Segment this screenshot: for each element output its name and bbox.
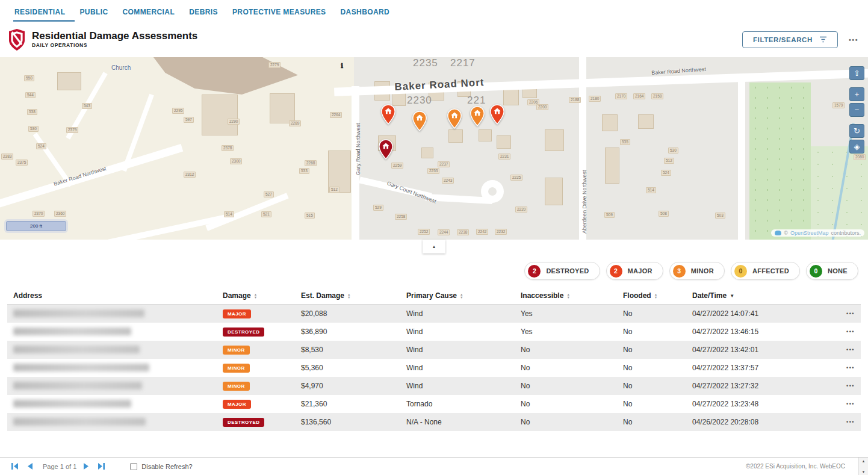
page-title: Residential Damage Assessments bbox=[32, 30, 197, 42]
address-redacted bbox=[13, 400, 131, 408]
primary-cause-value: Tornado bbox=[400, 395, 515, 413]
map-park-area bbox=[749, 82, 811, 240]
locate-button[interactable]: ◈ bbox=[849, 140, 864, 154]
house-number-label: 2290 bbox=[228, 119, 240, 125]
street-name-label: Aberdeen Drive Northwest bbox=[581, 170, 587, 234]
previous-page-button[interactable] bbox=[26, 463, 34, 470]
table-row[interactable]: MINOR $5,360 Wind No No 04/27/2022 13:37… bbox=[7, 359, 861, 377]
house-number-label: 512 bbox=[664, 158, 674, 164]
scroll-up-icon[interactable]: ▲ bbox=[862, 459, 866, 463]
sort-down-icon: ▼ bbox=[347, 296, 350, 299]
map-controls: ⇧+−↻◈ bbox=[849, 66, 864, 154]
house-number-label: 2244 bbox=[438, 229, 450, 235]
tab-residential[interactable]: RESIDENTIAL bbox=[14, 2, 65, 22]
table-row[interactable]: DESTROYED $36,890 Wind Yes No 04/27/2022… bbox=[7, 323, 861, 341]
house-number-label: 527 bbox=[264, 191, 274, 197]
table-row[interactable]: MINOR $8,530 Wind No No 04/27/2022 13:42… bbox=[7, 341, 861, 359]
filter-search-button[interactable]: FILTER/SEARCH bbox=[742, 31, 838, 48]
house-number-label: 508 bbox=[659, 211, 669, 217]
map-marker-major[interactable] bbox=[489, 104, 505, 125]
house-number-label: 535 bbox=[620, 139, 630, 145]
house-number-label: 597 bbox=[184, 117, 194, 123]
map-marker-destroyed[interactable] bbox=[378, 139, 394, 160]
tab-debris[interactable]: DEBRIS bbox=[189, 2, 218, 22]
tab-dashboard[interactable]: DASHBOARD bbox=[341, 2, 390, 22]
house-number-label: 2164 bbox=[633, 93, 645, 99]
filter-search-label: FILTER/SEARCH bbox=[753, 36, 813, 43]
affected-count: 0 bbox=[734, 265, 747, 278]
house-number-label: 2378 bbox=[222, 145, 234, 151]
house-number-label: 2375 bbox=[16, 160, 28, 166]
badge-destroyed[interactable]: 2 DESTROYED bbox=[524, 262, 600, 280]
map-marker-minor[interactable] bbox=[447, 108, 462, 129]
house-number-label: 2231 bbox=[498, 154, 510, 160]
badge-major[interactable]: 2 MAJOR bbox=[606, 262, 663, 280]
house-number-label: 503 bbox=[715, 213, 725, 219]
scroll-down-icon[interactable]: ▼ bbox=[862, 470, 866, 474]
refresh-button[interactable]: ↻ bbox=[849, 124, 864, 138]
badge-affected[interactable]: 0 AFFECTED bbox=[731, 262, 800, 280]
flooded-value: No bbox=[617, 359, 686, 377]
primary-cause-value: Wind bbox=[400, 377, 515, 395]
house-number-label: 2312 bbox=[184, 172, 196, 178]
row-actions-button[interactable]: ••• bbox=[825, 341, 861, 359]
map[interactable]: 5505445385305245432379238323752370236022… bbox=[0, 57, 868, 240]
col-actions bbox=[825, 288, 861, 305]
map-marker-minor[interactable] bbox=[412, 111, 427, 131]
inaccessible-value: Yes bbox=[515, 323, 617, 341]
tab-public[interactable]: PUBLIC bbox=[79, 2, 108, 22]
row-actions-button[interactable]: ••• bbox=[825, 323, 861, 341]
table-row[interactable]: DESTROYED $136,560 N/A - None No No 04/2… bbox=[7, 413, 861, 431]
badge-minor[interactable]: 3 MINOR bbox=[669, 262, 725, 280]
zoom-in-button[interactable]: + bbox=[849, 87, 864, 101]
row-actions-button[interactable]: ••• bbox=[825, 395, 861, 413]
table-row[interactable]: MAJOR $21,360 Tornado No No 04/27/2022 1… bbox=[7, 395, 861, 413]
header-more-button[interactable]: ••• bbox=[849, 36, 858, 43]
disable-refresh-checkbox[interactable] bbox=[130, 463, 137, 470]
col-flooded[interactable]: Flooded▲▼ bbox=[617, 288, 686, 305]
flooded-value: No bbox=[617, 413, 686, 431]
house-number-label: 2268 bbox=[305, 160, 317, 166]
col-inaccessible[interactable]: Inaccessible▲▼ bbox=[515, 288, 617, 305]
col-est-damage[interactable]: Est. Damage▲▼ bbox=[295, 288, 400, 305]
datetime-value: 04/27/2022 13:42:01 bbox=[686, 341, 825, 359]
first-page-button[interactable] bbox=[11, 463, 19, 470]
house-number-label: 2243 bbox=[442, 178, 454, 184]
pan-up-button[interactable]: ⇧ bbox=[849, 66, 864, 80]
address-redacted bbox=[13, 382, 142, 390]
inaccessible-value: No bbox=[515, 413, 617, 431]
col-primary-cause[interactable]: Primary Cause▲▼ bbox=[400, 288, 515, 305]
map-marker-minor[interactable] bbox=[470, 106, 485, 126]
table-row[interactable]: MINOR $4,970 Wind No No 04/27/2022 13:27… bbox=[7, 377, 861, 395]
row-actions-button[interactable]: ••• bbox=[825, 413, 861, 431]
row-actions-button[interactable]: ••• bbox=[825, 377, 861, 395]
last-page-button[interactable] bbox=[98, 463, 105, 470]
tab-protective-measures[interactable]: PROTECTIVE MEASURES bbox=[232, 2, 326, 22]
row-actions-button[interactable]: ••• bbox=[825, 359, 861, 377]
destroyed-count: 2 bbox=[528, 265, 541, 278]
house-number-label: 2252 bbox=[418, 229, 430, 235]
sort-down-icon: ▼ bbox=[254, 296, 257, 299]
table-row[interactable]: MAJOR $20,088 Wind Yes No 04/27/2022 14:… bbox=[7, 305, 861, 323]
footer-scrollbar[interactable]: ▲ ▼ bbox=[858, 458, 868, 475]
datetime-value: 04/27/2022 13:37:57 bbox=[686, 359, 825, 377]
attribution-suffix: contributors. bbox=[831, 230, 861, 236]
map-collapse-button[interactable]: ▲ bbox=[423, 240, 445, 253]
zoom-out-button[interactable]: − bbox=[849, 103, 864, 117]
map-marker-major[interactable] bbox=[380, 104, 396, 125]
next-page-button[interactable] bbox=[82, 463, 90, 470]
openstreetmap-link[interactable]: OpenStreetMap bbox=[790, 230, 829, 236]
row-actions-button[interactable]: ••• bbox=[825, 305, 861, 323]
primary-cause-value: N/A - None bbox=[400, 413, 515, 431]
house-number-label: 2237 bbox=[438, 161, 450, 167]
badge-none[interactable]: 0 NONE bbox=[806, 262, 858, 280]
house-number-label: 2259 bbox=[391, 163, 403, 169]
tab-commercial[interactable]: COMMERCIAL bbox=[122, 2, 175, 22]
est-damage-value: $20,088 bbox=[295, 305, 400, 323]
map-attribution: © OpenStreetMap contributors. bbox=[771, 229, 864, 237]
col-damage[interactable]: Damage▲▼ bbox=[217, 288, 295, 305]
content-section: 2 DESTROYED 2 MAJOR 3 MINOR 0 AFFECTED 0… bbox=[0, 240, 868, 431]
table-header-row: Address Damage▲▼ Est. Damage▲▼ Primary C… bbox=[7, 288, 861, 305]
major-label: MAJOR bbox=[628, 267, 653, 275]
col-datetime[interactable]: Date/Time▼ bbox=[686, 288, 825, 305]
